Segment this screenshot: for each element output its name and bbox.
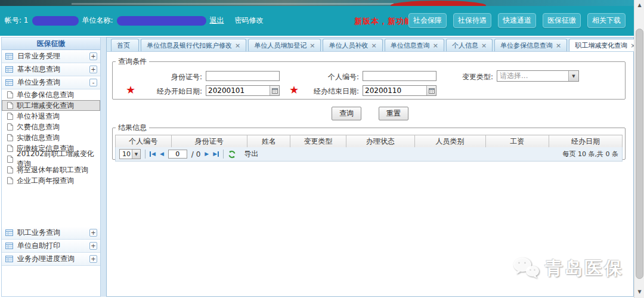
tab-unit-info-query[interactable]: 单位信息查询× <box>385 39 444 51</box>
col-handle-date[interactable]: 经办日期 <box>549 135 622 148</box>
tab-staff-change-query[interactable]: 职工增减变化查询× <box>569 39 642 51</box>
banner-image-strip <box>0 0 634 6</box>
sidebar-item-near-retirement-query[interactable]: 将至退休年龄职工查询 <box>2 164 100 175</box>
tab-label: 单位信息查询 <box>391 41 430 50</box>
tab-unit-bank-modify[interactable]: 单位信息及银行代扣账户修改× <box>141 39 246 51</box>
document-icon <box>7 166 13 173</box>
account-redaction <box>32 16 79 26</box>
sidebar-item-arrears-query[interactable]: 欠费信息查询 <box>2 122 100 132</box>
nav-social-security-button[interactable]: 社会保障 <box>408 13 447 28</box>
nav-social-benefits-button[interactable]: 社保待遇 <box>453 13 491 28</box>
page-size-value: 10 <box>120 150 132 158</box>
col-id-number[interactable]: 身份证号 <box>171 135 247 148</box>
close-icon[interactable]: × <box>309 42 315 49</box>
calendar-icon[interactable] <box>270 86 279 95</box>
topbar-account-area: 帐号: 1 单位名称: 退出 密码修改 <box>5 15 264 26</box>
sidebar-item-staff-change-query[interactable]: 职工增减变化查询 <box>2 100 100 111</box>
logout-link[interactable]: 退出 <box>210 15 224 26</box>
start-date-input[interactable] <box>206 86 270 95</box>
reset-button[interactable]: 重置 <box>379 107 408 120</box>
table-header-row: 个人编号 身份证号 姓名 变更类型 办理状态 人员类别 工资 经办日期 <box>116 135 623 148</box>
scroll-down-icon[interactable]: ▼ <box>636 288 643 296</box>
sidebar-item-annual-report-query[interactable]: 企业工商年报查询 <box>2 175 100 186</box>
col-process-status[interactable]: 办理状态 <box>346 135 414 148</box>
tab-add-personnel[interactable]: 单位人员增加登记× <box>248 39 321 51</box>
change-type-value: 请选择... <box>497 71 568 81</box>
expand-icon[interactable]: + <box>89 255 97 263</box>
close-icon[interactable]: × <box>556 42 561 49</box>
sidebar-group-label: 单位自助打印 <box>17 241 89 251</box>
end-date-label: 经办结束日期: <box>301 86 359 97</box>
start-date-field[interactable] <box>206 85 280 96</box>
tab-content-panel: 查询条件 身份证号: 个人编号: 变更类型: 请选择... ▼ ★ 经办开始日期… <box>106 51 634 297</box>
tab-personal-info[interactable]: 个人信息× <box>446 39 493 51</box>
refresh-icon[interactable] <box>228 150 236 159</box>
col-personal-number[interactable]: 个人编号 <box>116 135 172 148</box>
query-conditions-legend: 查询条件 <box>116 57 149 67</box>
sidebar-item-pre201202-change-query[interactable]: 201202前职工增减变化查询 <box>2 154 100 164</box>
first-page-icon[interactable]: ◀ <box>150 151 156 157</box>
page-size-select[interactable]: 10 ▼ <box>119 149 141 159</box>
tab-bar: 首页 单位信息及银行代扣账户修改× 单位人员增加登记× 单位人员补收× 单位信息… <box>106 37 634 51</box>
export-button[interactable]: 导出 <box>244 149 258 159</box>
chevron-down-icon[interactable]: ▼ <box>132 150 140 159</box>
page-number-input[interactable] <box>168 150 187 159</box>
prev-page-icon[interactable]: ◀ <box>160 151 164 157</box>
change-password-link[interactable]: 密码修改 <box>235 15 264 26</box>
sidebar-item-label: 企业工商年报查询 <box>17 176 74 186</box>
col-change-type[interactable]: 变更类型 <box>290 135 346 148</box>
col-name[interactable]: 姓名 <box>247 135 290 148</box>
expand-icon[interactable]: + <box>89 242 97 250</box>
collapse-icon[interactable]: - <box>89 79 97 86</box>
calendar-icon[interactable] <box>426 86 436 95</box>
tab-label: 单位信息及银行代扣账户修改 <box>147 41 232 50</box>
sidebar-group-unit-business[interactable]: 单位业务查询 - <box>2 76 100 89</box>
nav-downloads-button[interactable]: 相关下载 <box>587 13 626 28</box>
tab-home[interactable]: 首页 <box>111 39 139 51</box>
document-icon <box>7 145 13 152</box>
scroll-up-icon[interactable]: ▲ <box>636 1 643 9</box>
close-icon[interactable]: × <box>481 42 487 49</box>
nav-fast-channel-button[interactable]: 快速通道 <box>498 13 536 28</box>
sidebar-item-unit-insured-query[interactable]: 单位参保信息查询 <box>2 89 100 100</box>
sidebar-group-self-print[interactable]: 单位自助打印 + <box>2 240 100 253</box>
chevron-down-icon[interactable]: ▼ <box>568 71 578 81</box>
wechat-watermark: 青岛医保 <box>512 256 624 281</box>
id-number-input[interactable] <box>206 71 280 81</box>
tab-unit-insured-query[interactable]: 单位参保信息查询× <box>494 39 567 51</box>
total-pages-label: / 0 <box>191 150 201 159</box>
end-date-field[interactable] <box>363 85 436 96</box>
sidebar-item-unit-refund-query[interactable]: 单位补退查询 <box>2 111 100 122</box>
sidebar: 医保征缴 日常业务受理 + 基本信息查询 + 单位业务查询 - 单位参保信息查询… <box>1 37 101 297</box>
pagination-bar: 10 ▼ ◀ ◀ / 0 ▶ ▶ 导出 每页 10 条,共 0 条 <box>115 147 623 162</box>
col-personnel-category[interactable]: 人员类别 <box>414 135 485 148</box>
sidebar-group-basic-info[interactable]: 基本信息查询 + <box>2 63 100 76</box>
sidebar-group-staff-business[interactable]: 职工业务查询 + <box>2 226 100 240</box>
start-date-label: 经办开始日期: <box>143 86 202 97</box>
last-page-icon[interactable]: ▶ <box>213 151 219 157</box>
banner-water <box>72 3 394 5</box>
sidebar-splitter[interactable] <box>101 37 106 297</box>
sidebar-item-paid-info-query[interactable]: 实缴信息查询 <box>2 132 100 143</box>
close-icon[interactable]: × <box>235 42 240 49</box>
expand-icon[interactable]: + <box>89 66 97 73</box>
divider <box>223 150 224 159</box>
scrollbar-thumb[interactable] <box>636 29 643 279</box>
personal-number-input[interactable] <box>363 71 436 81</box>
next-page-icon[interactable]: ▶ <box>205 151 209 157</box>
close-icon[interactable]: × <box>433 42 438 49</box>
search-button[interactable]: 查询 <box>332 107 361 120</box>
col-salary[interactable]: 工资 <box>485 135 549 148</box>
sidebar-group-progress-query[interactable]: 业务办理进度查询 + <box>2 253 100 266</box>
sidebar-group-daily-business[interactable]: 日常业务受理 + <box>2 50 100 63</box>
vertical-scrollbar[interactable]: ▲ ▼ <box>634 0 644 298</box>
close-icon[interactable]: × <box>371 42 376 49</box>
nav-medical-collection-button[interactable]: 医保征缴 <box>543 13 581 28</box>
end-date-input[interactable] <box>363 86 426 95</box>
expand-icon[interactable]: + <box>89 229 97 237</box>
tab-personnel-supplement[interactable]: 单位人员补收× <box>323 39 382 51</box>
topbar-nav: 社会保障 社保待遇 快速通道 医保征缴 相关下载 <box>408 13 626 28</box>
expand-icon[interactable]: + <box>89 52 97 60</box>
sidebar-group-label: 职工业务查询 <box>17 228 89 238</box>
change-type-select[interactable]: 请选择... ▼ <box>497 70 579 82</box>
